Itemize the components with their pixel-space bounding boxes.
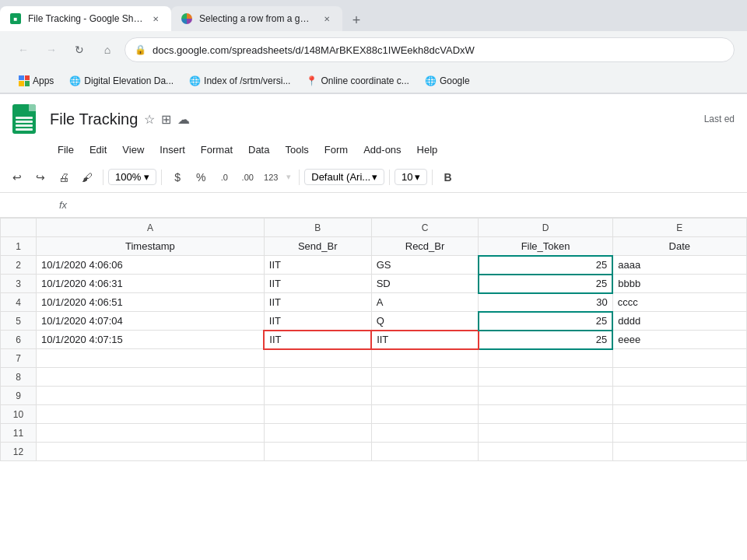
cell-r1c4[interactable]: File_Token [479,237,612,256]
cell-r5c2[interactable]: IIT [264,312,371,331]
cell-r8c4[interactable] [479,368,612,387]
cell-r12c2[interactable] [264,443,371,461]
cell-r4c3[interactable]: A [371,293,479,312]
cell-r5c4[interactable]: 25 [479,312,612,331]
bookmark-online[interactable]: 📍 Online coordinate c... [300,74,415,88]
cell-r9c4[interactable] [479,387,612,405]
cell-r9c2[interactable] [264,387,371,405]
row-number-11[interactable]: 11 [1,424,37,443]
menu-view[interactable]: View [114,141,152,159]
row-number-8[interactable]: 8 [1,368,37,387]
folder-icon[interactable]: ⊞ [161,112,171,127]
cell-r8c5[interactable] [612,368,746,387]
cell-r6c2[interactable]: IIT [264,331,371,349]
undo-button[interactable]: ↩ [6,166,28,188]
cell-r11c1[interactable] [37,424,265,443]
cell-r8c3[interactable] [371,368,479,387]
row-number-2[interactable]: 2 [1,256,37,275]
cell-r9c5[interactable] [612,387,746,405]
cell-r8c1[interactable] [37,368,265,387]
cell-r10c4[interactable] [479,405,612,424]
cell-r1c2[interactable]: Send_Br [264,237,371,256]
cell-r11c2[interactable] [264,424,371,443]
row-number-9[interactable]: 9 [1,387,37,405]
row-number-1[interactable]: 1 [1,237,37,256]
cell-r2c3[interactable]: GS [371,256,479,275]
cell-r6c4[interactable]: 25 [479,331,612,349]
cell-r2c4[interactable]: 25 [479,256,612,275]
font-selector[interactable]: Default (Ari... ▾ [304,169,384,185]
cell-r1c3[interactable]: Recd_Br [371,237,479,256]
menu-data[interactable]: Data [240,141,277,159]
menu-insert[interactable]: Insert [152,141,193,159]
bookmark-google[interactable]: 🌐 Google [419,74,476,88]
bookmark-apps[interactable]: Apps [12,74,60,88]
cell-r7c2[interactable] [264,349,371,368]
print-button[interactable]: 🖨 [53,166,75,188]
cell-r7c4[interactable] [479,349,612,368]
cell-r4c2[interactable]: IIT [264,293,371,312]
forward-button[interactable]: → [40,39,62,61]
col-header-b[interactable]: B [264,219,371,237]
cell-r6c5[interactable]: eeee [612,331,746,349]
reload-button[interactable]: ↻ [68,39,90,61]
font-size-selector[interactable]: 10 ▾ [395,169,426,185]
row-number-3[interactable]: 3 [1,275,37,293]
menu-tools[interactable]: Tools [277,141,316,159]
cell-r12c4[interactable] [479,443,612,461]
tab-close-sheets[interactable]: ✕ [149,12,162,25]
cell-r10c3[interactable] [371,405,479,424]
cell-r11c4[interactable] [479,424,612,443]
cell-r12c5[interactable] [612,443,746,461]
row-number-10[interactable]: 10 [1,405,37,424]
col-header-e[interactable]: E [612,219,746,237]
row-number-4[interactable]: 4 [1,293,37,312]
tab2-close[interactable]: ✕ [321,12,333,25]
menu-format[interactable]: Format [193,141,240,159]
cell-r4c4[interactable]: 30 [479,293,612,312]
menu-edit[interactable]: Edit [82,141,114,159]
cell-r2c2[interactable]: IIT [264,256,371,275]
cell-r9c3[interactable] [371,387,479,405]
bookmark-index[interactable]: 🌐 Index of /srtm/versi... [183,74,296,88]
cell-r4c5[interactable]: cccc [612,293,746,312]
cell-r4c1[interactable]: 10/1/2020 4:06:51 [37,293,265,312]
cell-r8c2[interactable] [264,368,371,387]
url-bar[interactable]: 🔒 docs.google.com/spreadsheets/d/148MArB… [124,37,735,62]
cloud-icon[interactable]: ☁ [177,112,190,127]
cell-r6c1[interactable]: 10/1/2020 4:07:15 [37,331,265,349]
cell-r3c4[interactable]: 25 [479,275,612,293]
number-format-button[interactable]: 123 [260,166,282,188]
menu-file[interactable]: File [50,141,82,159]
cell-r11c3[interactable] [371,424,479,443]
cell-r3c5[interactable]: bbbb [612,275,746,293]
new-tab-button[interactable]: + [345,9,367,31]
cell-r3c1[interactable]: 10/1/2020 4:06:31 [37,275,265,293]
menu-form[interactable]: Form [317,141,356,159]
cell-r7c3[interactable] [371,349,479,368]
back-button[interactable]: ← [12,39,34,61]
cell-r7c1[interactable] [37,349,265,368]
percent-button[interactable]: % [190,166,212,188]
cell-r10c2[interactable] [264,405,371,424]
col-header-a[interactable]: A [37,219,265,237]
dollar-button[interactable]: $ [167,166,188,188]
tab-inactive[interactable]: Selecting a row from a google sh... ✕ [171,6,342,31]
decimal-more-button[interactable]: .00 [237,166,258,188]
cell-r1c1[interactable]: Timestamp [37,237,265,256]
cell-r5c5[interactable]: dddd [612,312,746,331]
row-number-12[interactable]: 12 [1,443,37,461]
row-number-6[interactable]: 6 [1,331,37,349]
tab-active[interactable]: ■ File Tracking - Google Sheets ✕ [0,6,171,31]
decimal-less-button[interactable]: .0 [213,166,235,188]
cell-r12c3[interactable] [371,443,479,461]
cell-r7c5[interactable] [612,349,746,368]
cell-r3c3[interactable]: SD [371,275,479,293]
cell-r1c5[interactable]: Date [612,237,746,256]
menu-help[interactable]: Help [409,141,446,159]
col-header-c[interactable]: C [371,219,479,237]
cell-r11c5[interactable] [612,424,746,443]
cell-r12c1[interactable] [37,443,265,461]
cell-r9c1[interactable] [37,387,265,405]
home-button[interactable]: ⌂ [96,39,118,61]
